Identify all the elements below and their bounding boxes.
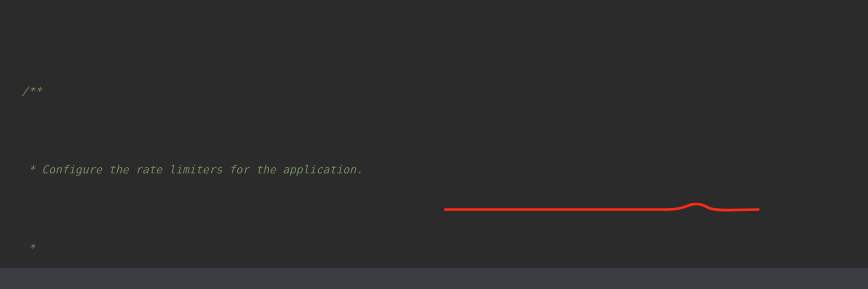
code-editor[interactable]: /** * Configure the rate limiters for th… bbox=[0, 0, 868, 289]
editor-bottom-strip bbox=[0, 268, 868, 289]
doc-blank: * bbox=[22, 238, 35, 258]
doc-desc: * Configure the rate limiters for the ap… bbox=[22, 160, 363, 180]
docblock-blank: * bbox=[0, 238, 868, 258]
docblock-open: /** bbox=[0, 82, 868, 101]
docblock-desc: * Configure the rate limiters for the ap… bbox=[0, 160, 868, 180]
doc-open: /** bbox=[22, 82, 42, 101]
